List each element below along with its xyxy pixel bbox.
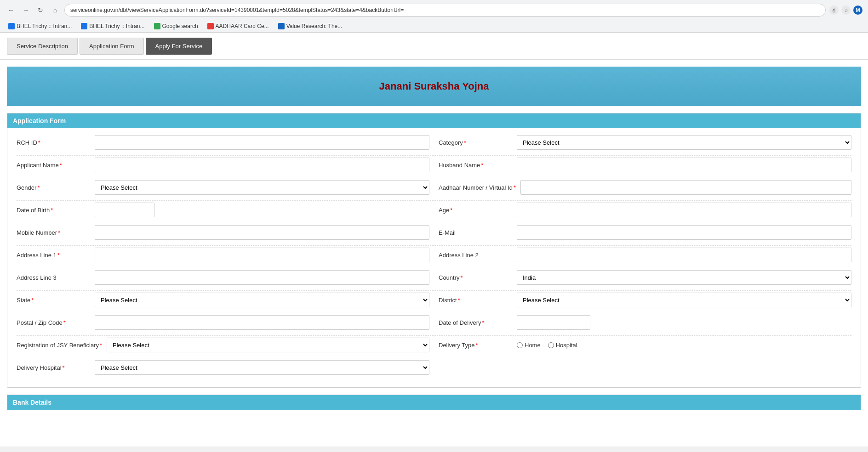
category-label: Category* (439, 139, 512, 146)
profile-icon[interactable]: M (853, 6, 862, 15)
aadhaar-input[interactable] (520, 180, 851, 195)
field-aadhaar-col: Aadhaar Number / Virtual Id* (439, 180, 851, 195)
bookmark-value-research[interactable]: Value Research: The... (275, 22, 345, 30)
postal-input[interactable] (95, 315, 429, 330)
delivery-type-hospital-option[interactable]: Hospital (548, 342, 577, 349)
tab-service-description[interactable]: Service Description (7, 38, 78, 55)
bookmark-label: Google search (162, 23, 198, 29)
form-row-7: Address Line 3 Country* India (17, 270, 851, 285)
application-form-header: Application Form (7, 113, 861, 128)
tab-application-form[interactable]: Application Form (80, 38, 144, 55)
delivery-type-home-option[interactable]: Home (517, 342, 541, 349)
age-input[interactable] (517, 203, 851, 217)
category-select[interactable]: Please Select (517, 135, 851, 150)
addr2-label: Address Line 2 (439, 252, 512, 259)
applicant-name-label: Applicant Name* (17, 162, 90, 169)
postal-label: Postal / Zip Code* (17, 319, 90, 326)
field-postal-col: Postal / Zip Code* (17, 315, 429, 330)
delivery-type-home-radio[interactable] (517, 342, 523, 348)
delivery-hospital-select[interactable]: Please Select (95, 360, 429, 375)
addr2-input[interactable] (517, 248, 851, 262)
email-input[interactable] (517, 225, 851, 240)
form-row-11: Delivery Hospital* Please Select (17, 360, 851, 375)
age-label: Age* (439, 207, 512, 214)
delivery-date-input-wrapper (517, 315, 851, 330)
age-input-wrapper (517, 203, 851, 217)
mobile-input[interactable] (95, 225, 429, 240)
bookmark-google[interactable]: Google search (151, 22, 201, 30)
delivery-type-radio-group: Home Hospital (517, 338, 851, 352)
district-input-wrapper: Please Select (517, 293, 851, 307)
page-content: Service Description Application Form App… (0, 33, 868, 446)
delivery-hospital-label: Delivery Hospital* (17, 364, 90, 371)
field-age-col: Age* (439, 203, 851, 217)
bank-details-header: Bank Details (7, 395, 861, 410)
field-reg-jsy-col: Registration of JSY Beneficiary* Please … (17, 338, 429, 352)
category-input-wrapper: Please Select (517, 135, 851, 150)
form-row-10: Registration of JSY Beneficiary* Please … (17, 338, 851, 352)
mobile-label: Mobile Number* (17, 229, 90, 236)
cast-icon[interactable]: ⎙ (829, 6, 839, 15)
bookmarks-bar: BHEL Trichy :: Intran... BHEL Trichy :: … (0, 20, 868, 33)
dob-input[interactable] (95, 203, 154, 217)
back-button[interactable]: ← (6, 5, 17, 16)
address-bar[interactable]: serviceonline.gov.in/dbt/viewServiceAppl… (64, 4, 826, 17)
field-email-col: E-Mail (439, 225, 851, 240)
postal-input-wrapper (95, 315, 429, 330)
browser-chrome: ← → ↻ ⌂ serviceonline.gov.in/dbt/viewSer… (0, 0, 868, 33)
form-row-3: Gender* Please Select Aadhaar Number / V… (17, 180, 851, 195)
reg-jsy-label: Registration of JSY Beneficiary* (17, 342, 102, 349)
field-state-col: State* Please Select (17, 293, 429, 307)
banner-title: Janani Suraksha Yojna (21, 80, 847, 92)
field-country-col: Country* India (439, 270, 851, 285)
district-label: District* (439, 297, 512, 304)
bookmark-aadhaar[interactable]: AADHAAR Card Ce... (205, 22, 272, 30)
state-select[interactable]: Please Select (95, 293, 429, 307)
field-addr3-col: Address Line 3 (17, 270, 429, 285)
reg-jsy-select[interactable]: Please Select (107, 338, 429, 352)
bookmark-label: BHEL Trichy :: Intran... (17, 23, 72, 29)
bookmark-label: BHEL Trichy :: Intran... (89, 23, 144, 29)
dob-label: Date of Birth* (17, 207, 90, 214)
home-button[interactable]: ⌂ (50, 5, 61, 16)
tab-apply-for-service[interactable]: Apply For Service (146, 38, 212, 55)
delivery-hospital-input-wrapper: Please Select (95, 360, 429, 375)
addr3-input[interactable] (95, 270, 429, 285)
field-applicant-col: Applicant Name* (17, 158, 429, 172)
field-mobile-col: Mobile Number* (17, 225, 429, 240)
country-input-wrapper: India (517, 270, 851, 285)
bookmark-bhel-2[interactable]: BHEL Trichy :: Intran... (78, 22, 147, 30)
gender-select[interactable]: Please Select (95, 180, 429, 195)
tab-bar: Service Description Application Form App… (0, 33, 868, 60)
field-gender-col: Gender* Please Select (17, 180, 429, 195)
form-row-6: Address Line 1* Address Line 2 (17, 248, 851, 262)
form-row-4: Date of Birth* Age* (17, 203, 851, 217)
reload-button[interactable]: ↻ (35, 5, 46, 16)
applicant-name-input[interactable] (95, 158, 429, 172)
addr3-label: Address Line 3 (17, 274, 90, 281)
field-rch-id-col: RCH ID* (17, 135, 429, 150)
form-row-1: RCH ID* Category* Please Select (17, 135, 851, 150)
bookmark-star-icon[interactable]: ☆ (841, 6, 851, 15)
reg-jsy-input-wrapper: Please Select (107, 338, 429, 352)
forward-button[interactable]: → (20, 5, 31, 16)
district-select[interactable]: Please Select (517, 293, 851, 307)
rch-id-input[interactable] (95, 135, 429, 150)
field-dob-col: Date of Birth* (17, 203, 429, 217)
husband-name-label: Husband Name* (439, 162, 512, 169)
husband-name-input[interactable] (517, 158, 851, 172)
browser-icons: ⎙ ☆ M (829, 6, 862, 15)
country-select[interactable]: India (517, 270, 851, 285)
url-text: serviceonline.gov.in/dbt/viewServiceAppl… (70, 7, 404, 13)
dob-input-wrapper (95, 203, 429, 217)
field-delivery-hospital-col: Delivery Hospital* Please Select (17, 360, 429, 375)
addr1-input[interactable] (95, 248, 429, 262)
form-row-8: State* Please Select District* Please (17, 293, 851, 307)
delivery-date-input[interactable] (517, 315, 590, 330)
delivery-type-hospital-radio[interactable] (548, 342, 554, 348)
form-row-2: Applicant Name* Husband Name* (17, 158, 851, 172)
bookmark-bhel-1[interactable]: BHEL Trichy :: Intran... (6, 22, 74, 30)
rch-id-label: RCH ID* (17, 139, 90, 146)
addr1-label: Address Line 1* (17, 252, 90, 259)
applicant-name-input-wrapper (95, 158, 429, 172)
